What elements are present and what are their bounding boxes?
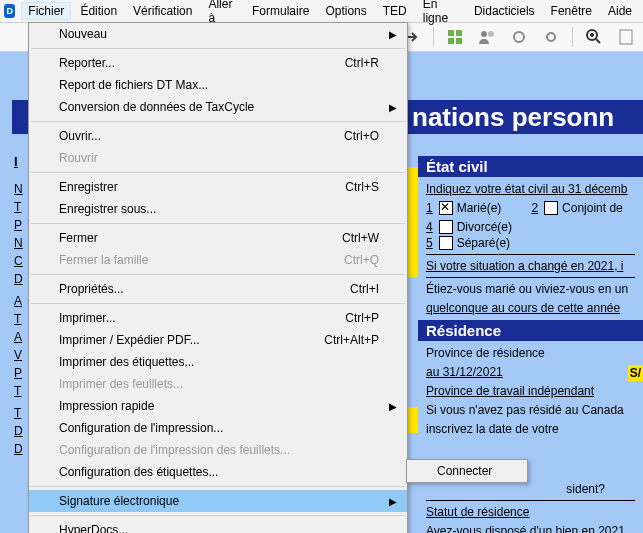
mi-ouvrir[interactable]: Ouvrir...Ctrl+O xyxy=(29,125,407,147)
option-separe[interactable]: 5Séparé(e) xyxy=(426,235,510,251)
option-marie[interactable]: 1Marié(e) xyxy=(426,200,501,216)
province-travail-link[interactable]: Province de travail indépendant xyxy=(426,383,635,399)
chevron-right-icon: ▶ xyxy=(389,496,397,507)
au-date-link[interactable]: au 31/12/2021 xyxy=(426,364,635,380)
statut-residence-link[interactable]: Statut de résidence xyxy=(426,504,635,520)
left-gutter-letters: N T P N C D A T A V P T T D D xyxy=(14,182,23,456)
mi-connecter[interactable]: Connecter xyxy=(407,460,527,482)
file-menu-dropdown: Nouveau▶ Reporter...Ctrl+R Report de fic… xyxy=(28,22,408,533)
zoom-in-icon[interactable] xyxy=(583,26,605,48)
option-conjoint[interactable]: 2Conjoint de xyxy=(531,200,622,216)
mi-imprimer-pdf[interactable]: Imprimer / Expédier PDF...Ctrl+Alt+P xyxy=(29,329,407,351)
section-i-header: I xyxy=(14,154,18,169)
sident-label: sident? xyxy=(426,481,635,497)
mi-nouveau[interactable]: Nouveau▶ xyxy=(29,23,407,45)
menu-edition[interactable]: Édition xyxy=(73,2,124,20)
mi-config-etiquettes[interactable]: Configuration des étiquettes... xyxy=(29,461,407,483)
mi-reporter[interactable]: Reporter...Ctrl+R xyxy=(29,52,407,74)
menu-ted[interactable]: TED xyxy=(376,2,414,20)
mi-signature[interactable]: Signature électronique▶ xyxy=(29,490,407,512)
mi-imprimer-feuillets: Imprimer des feuillets... xyxy=(29,373,407,395)
link-icon[interactable] xyxy=(540,26,562,48)
menu-verification[interactable]: Vérification xyxy=(126,2,199,20)
app-icon: D xyxy=(4,4,15,18)
doc-icon[interactable] xyxy=(615,26,637,48)
tools-icon[interactable] xyxy=(508,26,530,48)
svg-point-5 xyxy=(488,31,494,37)
menu-formulaire[interactable]: Formulaire xyxy=(245,2,316,20)
svg-rect-0 xyxy=(448,30,454,36)
chevron-right-icon: ▶ xyxy=(389,29,397,40)
situation-change-link[interactable]: Si votre situation a changé en 2021, i xyxy=(426,258,635,274)
mi-impression-rapide[interactable]: Impression rapide▶ xyxy=(29,395,407,417)
chevron-right-icon: ▶ xyxy=(389,401,397,412)
mi-rouvrir: Rouvrir xyxy=(29,147,407,169)
chevron-right-icon: ▶ xyxy=(389,102,397,113)
signature-submenu: Connecter xyxy=(406,459,528,483)
mi-conversion[interactable]: Conversion de données de TaxCycle▶ xyxy=(29,96,407,118)
svg-point-6 xyxy=(514,32,524,42)
section-etat-civil: État civil xyxy=(418,156,643,177)
menubar: D Fichier Édition Vérification Aller à F… xyxy=(0,0,643,23)
checkbox-divorce[interactable] xyxy=(439,220,453,234)
svg-rect-8 xyxy=(620,30,632,44)
mi-proprietes[interactable]: Propriétés...Ctrl+I xyxy=(29,278,407,300)
dispose-bien-label: Avez-vous disposé d'un bien en 2021 xyxy=(426,523,635,533)
inscrivez-date-label: inscrivez la date de votre xyxy=(426,421,635,437)
quelconque-link[interactable]: quelconque au cours de cette année xyxy=(426,300,635,316)
menu-didacticiels[interactable]: Didacticiels xyxy=(467,2,542,20)
non-reside-label: Si vous n'avez pas résidé au Canada xyxy=(426,402,635,418)
svg-rect-3 xyxy=(456,38,462,44)
etat-civil-prompt[interactable]: Indiquez votre état civil au 31 décemb xyxy=(426,181,635,197)
svg-point-4 xyxy=(481,31,487,37)
mi-config-imp-feuillets: Configuration de l'impression des feuill… xyxy=(29,439,407,461)
section-residence: Résidence xyxy=(418,320,643,341)
menu-en-ligne[interactable]: En ligne xyxy=(416,0,465,27)
people-icon[interactable] xyxy=(476,26,498,48)
grid-icon[interactable] xyxy=(444,26,466,48)
menu-aide[interactable]: Aide xyxy=(601,2,639,20)
checkbox-conjoint[interactable] xyxy=(544,201,558,215)
mi-report-dtmax[interactable]: Report de fichiers DT Max... xyxy=(29,74,407,96)
menu-fenetre[interactable]: Fenêtre xyxy=(544,2,599,20)
mi-enregistrer-sous[interactable]: Enregistrer sous... xyxy=(29,198,407,220)
svg-rect-2 xyxy=(448,38,454,44)
checkbox-marie[interactable] xyxy=(439,201,453,215)
province-residence-label: Province de résidence xyxy=(426,345,635,361)
menu-options[interactable]: Options xyxy=(318,2,373,20)
mi-hyperdocs[interactable]: HyperDocs... xyxy=(29,519,407,533)
menu-fichier[interactable]: Fichier xyxy=(21,2,71,20)
etiez-vous-marie: Étiez-vous marié ou viviez-vous en un xyxy=(426,281,635,297)
so-badge: S/ xyxy=(628,365,643,381)
mi-config-impression[interactable]: Configuration de l'impression... xyxy=(29,417,407,439)
svg-rect-1 xyxy=(456,30,462,36)
mi-fermer[interactable]: FermerCtrl+W xyxy=(29,227,407,249)
mi-fermer-famille: Fermer la familleCtrl+Q xyxy=(29,249,407,271)
mi-imprimer[interactable]: Imprimer...Ctrl+P xyxy=(29,307,407,329)
checkbox-separe[interactable] xyxy=(439,236,453,250)
option-divorce[interactable]: 4Divorcé(e) xyxy=(426,219,512,235)
mi-imprimer-etiquettes[interactable]: Imprimer des étiquettes... xyxy=(29,351,407,373)
mi-enregistrer[interactable]: EnregistrerCtrl+S xyxy=(29,176,407,198)
